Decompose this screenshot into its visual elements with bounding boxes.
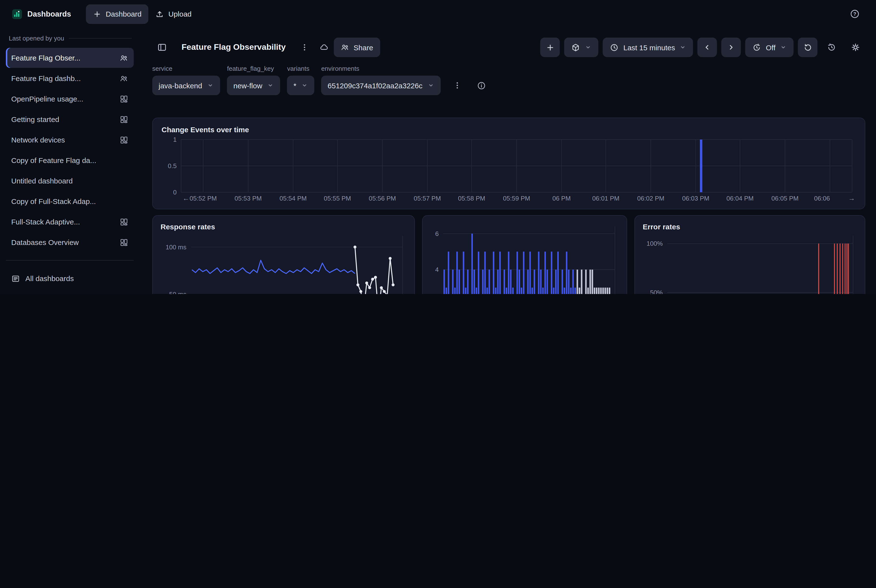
- chevron-down-icon: [427, 82, 434, 89]
- share-label: Share: [354, 43, 373, 51]
- sidebar-item-all-dashboards[interactable]: All dashboards: [6, 268, 134, 288]
- time-forward-button[interactable]: [722, 38, 741, 57]
- svg-text:05:59 PM: 05:59 PM: [503, 195, 530, 202]
- refresh-button[interactable]: [798, 38, 818, 57]
- chevron-down-icon: [585, 44, 592, 51]
- filter-value: *: [294, 81, 297, 90]
- kebab-icon: [300, 43, 309, 52]
- change-events-chart[interactable]: 10.5005:52 PM05:53 PM05:54 PM05:55 PM05:…: [162, 136, 856, 204]
- panel-left-icon: [157, 42, 167, 52]
- feature-flag-key-filter: feature_flag_key new-flow: [227, 65, 280, 95]
- filter-info-button[interactable]: [472, 76, 491, 95]
- svg-text:?: ?: [853, 11, 856, 16]
- auto-refresh-button[interactable]: Off: [746, 38, 794, 57]
- filter-value: new-flow: [233, 81, 262, 90]
- evaluations-chart[interactable]: 642005:55 PM06 PM06:05 PM←→: [430, 224, 619, 294]
- filter-more-button[interactable]: [447, 76, 467, 95]
- new-dashboard-button[interactable]: Dashboard: [86, 4, 148, 24]
- filter-label: service: [152, 65, 220, 72]
- people-icon: [340, 43, 349, 52]
- auto-refresh-label: Off: [766, 43, 776, 51]
- collapse-sidebar-button[interactable]: [152, 38, 172, 57]
- history-button[interactable]: [822, 38, 842, 57]
- feature-flag-key-select[interactable]: new-flow: [227, 76, 280, 95]
- svg-text:05:56 PM: 05:56 PM: [369, 195, 396, 202]
- page-title: Feature Flag Observability: [182, 42, 286, 52]
- dashboard-grid-icon: [120, 238, 128, 247]
- people-icon: [120, 74, 128, 83]
- brand[interactable]: Dashboards: [12, 9, 71, 19]
- add-panel-button[interactable]: [540, 38, 560, 57]
- sync-cloud-icon: [319, 42, 328, 52]
- sidebar-item[interactable]: Network devices: [6, 130, 134, 150]
- dashboard-toolbar: Last 15 minutes Off: [540, 38, 865, 57]
- svg-text:06:05 PM: 06:05 PM: [771, 195, 798, 202]
- upload-icon: [155, 9, 164, 18]
- chevron-down-icon: [680, 44, 686, 51]
- sidebar-list: Feature Flag Obser... Feature Flag dashb…: [0, 48, 140, 252]
- sidebar-item[interactable]: Databases Overview: [6, 232, 134, 252]
- chevron-down-icon: [780, 44, 787, 51]
- sidebar: Last opened by you Feature Flag Obser...…: [0, 28, 140, 294]
- sidebar-item-label: Full-Stack Adaptive...: [11, 218, 80, 226]
- sidebar-item[interactable]: Copy of Feature Flag da...: [6, 150, 134, 170]
- sidebar-item[interactable]: Full-Stack Adaptive...: [6, 212, 134, 232]
- plus-icon: [93, 9, 101, 18]
- help-icon: ?: [849, 9, 860, 19]
- sidebar-item[interactable]: Feature Flag Obser...: [6, 48, 134, 68]
- new-dashboard-label: Dashboard: [106, 10, 141, 18]
- error-rates-chart[interactable]: 100%50%0%05:55 PM06 PM06:05 PM←→: [643, 233, 857, 294]
- sidebar-item-ready-made[interactable]: Ready-made dash...: [6, 289, 134, 294]
- pan-right-arrow[interactable]: →: [848, 195, 855, 202]
- environments-filter: environments 651209c374a1f02aa2a3226c: [321, 65, 441, 95]
- sidebar-section-label: Last opened by you: [0, 34, 140, 42]
- svg-text:6: 6: [435, 230, 439, 237]
- svg-text:06:04 PM: 06:04 PM: [726, 195, 753, 202]
- svg-text:0: 0: [173, 189, 177, 196]
- sidebar-item-label: All dashboards: [26, 274, 74, 282]
- variants-filter: variants *: [287, 65, 315, 95]
- time-range-button[interactable]: Last 15 minutes: [603, 38, 693, 57]
- divider: [6, 260, 134, 261]
- sidebar-item-label: Getting started: [11, 115, 59, 123]
- divider: [69, 38, 132, 39]
- sidebar-item[interactable]: OpenPipeline usage...: [6, 89, 134, 109]
- variants-select[interactable]: *: [287, 76, 315, 95]
- svg-text:05:57 PM: 05:57 PM: [414, 195, 441, 202]
- chevron-down-icon: [302, 82, 308, 89]
- svg-text:05:53 PM: 05:53 PM: [234, 195, 262, 202]
- view-mode-button[interactable]: [564, 38, 598, 57]
- sidebar-item[interactable]: Untitled dashboard: [6, 171, 134, 191]
- upload-button[interactable]: Upload: [148, 4, 198, 24]
- response-rates-chart[interactable]: 100 ms50 ms0 ns05:55 PM06 PM06:05 PM←→: [160, 233, 406, 294]
- sidebar-item[interactable]: Copy of Full-Stack Adap...: [6, 191, 134, 211]
- environments-select[interactable]: 651209c374a1f02aa2a3226c: [321, 76, 441, 95]
- sidebar-item-label: Feature Flag dashb...: [11, 74, 81, 82]
- filter-bar: service java-backend feature_flag_key ne…: [152, 65, 865, 95]
- share-button[interactable]: Share: [334, 38, 380, 57]
- svg-text:50%: 50%: [650, 289, 663, 294]
- info-icon: [477, 81, 486, 90]
- settings-button[interactable]: [846, 38, 865, 57]
- sidebar-item-label: OpenPipeline usage...: [11, 94, 83, 103]
- filter-value: 651209c374a1f02aa2a3226c: [328, 81, 423, 90]
- service-select[interactable]: java-backend: [152, 76, 220, 95]
- filter-value: java-backend: [159, 81, 202, 90]
- sidebar-item-label: Databases Overview: [11, 238, 79, 246]
- list-icon: [11, 274, 20, 283]
- app-topbar: Dashboards Dashboard Upload ?: [0, 0, 876, 28]
- filter-label: variants: [287, 65, 315, 72]
- sidebar-item-label: Copy of Full-Stack Adap...: [11, 197, 96, 206]
- chevron-right-icon: [728, 44, 735, 51]
- brand-icon: [12, 9, 22, 19]
- refresh-clock-icon: [752, 43, 762, 52]
- svg-text:100 ms: 100 ms: [166, 243, 186, 251]
- plus-icon: [546, 43, 555, 52]
- pan-left-arrow[interactable]: ←: [183, 195, 189, 202]
- help-button[interactable]: ?: [845, 4, 864, 24]
- more-menu-button[interactable]: [294, 38, 314, 57]
- time-back-button[interactable]: [698, 38, 717, 57]
- chevron-left-icon: [704, 44, 711, 51]
- sidebar-item[interactable]: Getting started: [6, 109, 134, 129]
- sidebar-item[interactable]: Feature Flag dashb...: [6, 68, 134, 88]
